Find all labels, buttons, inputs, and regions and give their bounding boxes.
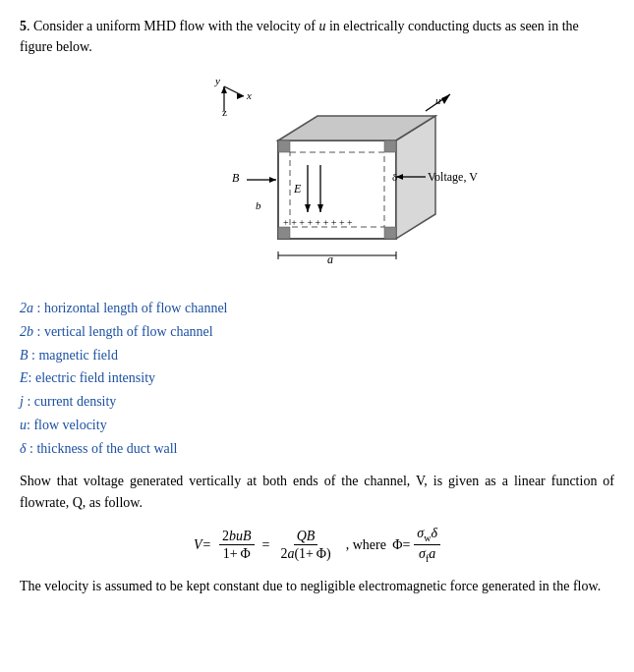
svg-marker-19 <box>317 204 323 212</box>
frac-2: QB 2a(1+ Φ) <box>277 529 333 562</box>
frac1-denominator: 1+ Φ <box>220 545 254 561</box>
svg-rect-14 <box>384 140 396 152</box>
footer-text: The velocity is assumed to be kept const… <box>20 576 614 597</box>
svg-text:B: B <box>232 171 240 185</box>
svg-rect-13 <box>384 227 396 239</box>
svg-text:a: a <box>327 252 333 266</box>
svg-rect-12 <box>278 140 290 152</box>
where-label: , where Φ= <box>346 537 411 553</box>
mhd-diagram: y x z E + + + + + + + + + <box>131 67 504 273</box>
svg-text:δ: δ <box>392 171 397 183</box>
var-u: u: flow velocity <box>20 414 614 437</box>
svg-text:z: z <box>222 106 227 118</box>
frac2-denominator: 2a(1+ Φ) <box>277 545 333 561</box>
svg-text:E: E <box>293 182 302 196</box>
frac2-numerator: QB <box>294 529 318 545</box>
phi-numerator: σwδ <box>414 526 440 545</box>
phi-frac: σwδ σfa <box>414 526 440 564</box>
equals-sign: = <box>262 537 270 553</box>
var-j: j : current density <box>20 390 614 414</box>
svg-text:u: u <box>435 94 441 106</box>
svg-line-1 <box>224 86 244 96</box>
formula-block: V= 2buB 1+ Φ = QB 2a(1+ Φ) , where Φ= σw… <box>20 526 614 564</box>
variables-list: 2a : horizontal length of flow channel 2… <box>20 297 614 461</box>
frac-1: 2buB 1+ Φ <box>219 529 255 562</box>
frac1-numerator: 2buB <box>219 529 255 545</box>
var-B: B : magnetic field <box>20 344 614 367</box>
phi-denominator: σfa <box>416 545 438 564</box>
var-2b: 2b : vertical length of flow channel <box>20 320 614 344</box>
svg-marker-17 <box>305 204 311 212</box>
figure-container: y x z E + + + + + + + + + <box>20 67 614 283</box>
svg-rect-10 <box>290 152 384 227</box>
intro-paragraph: 5. Consider a uniform MHD flow with the … <box>20 16 614 57</box>
svg-text:x: x <box>246 89 252 101</box>
var-2a: 2a : horizontal length of flow channel <box>20 297 614 320</box>
svg-text:Voltage, V: Voltage, V <box>428 170 478 184</box>
svg-text:b: b <box>256 199 261 211</box>
svg-rect-11 <box>278 227 290 239</box>
svg-marker-23 <box>269 177 276 183</box>
var-delta: δ : thickness of the duct wall <box>20 437 614 461</box>
var-E: E: electric field intensity <box>20 366 614 390</box>
v-label: V= <box>194 537 211 553</box>
svg-text:y: y <box>214 75 220 86</box>
svg-text:+ + + + + + + + +: + + + + + + + + + <box>283 217 353 228</box>
svg-marker-26 <box>441 94 450 104</box>
problem-number: 5 <box>20 19 27 33</box>
show-text: Show that voltage generated vertically a… <box>20 471 614 515</box>
